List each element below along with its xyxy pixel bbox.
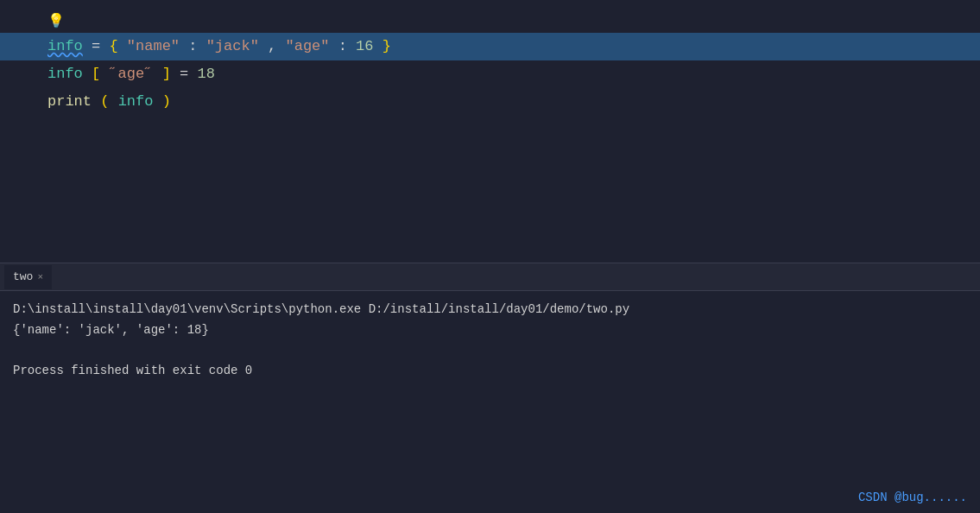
terminal-line-1: D:\install\install\day01\venv\Scripts\py… [13, 300, 967, 320]
colon2: : [338, 38, 347, 54]
comma1: , [268, 38, 276, 54]
age-key-str: ˝age˝ [109, 66, 153, 82]
watermark: CSDN @bug...... [858, 491, 967, 504]
terminal-line-3 [13, 341, 967, 362]
code-line-3: print ( info ) [0, 88, 980, 116]
colon1: : [188, 38, 197, 54]
info-arg: info [118, 93, 154, 110]
open-paren: ( [100, 93, 109, 110]
tab-label: two [13, 270, 33, 283]
code-line-2: info [ ˝age˝ ] = 18 [0, 60, 980, 88]
tab-close-icon[interactable]: × [37, 272, 43, 282]
close-brace: } [383, 38, 391, 54]
close-bracket: ] [162, 66, 171, 82]
equals2: = [180, 66, 197, 82]
val-jack: "jack" [206, 38, 259, 54]
terminal-tab-two[interactable]: two × [4, 265, 52, 289]
terminal-line-4: Process finished with exit code 0 [13, 361, 967, 382]
info-var2: info [47, 66, 83, 82]
terminal-tab-bar: two × [0, 263, 980, 291]
terminal-line-2: {'name': 'jack', 'age': 18} [13, 320, 967, 341]
equals-op: = [92, 38, 109, 54]
close-paren: ) [162, 93, 171, 110]
terminal-content: D:\install\install\day01\venv\Scripts\py… [0, 291, 980, 390]
open-brace: { [109, 38, 117, 54]
lightbulb-row: 💡 [0, 9, 980, 33]
num-18: 18 [197, 66, 214, 82]
print-fn: print [47, 93, 92, 110]
open-bracket: [ [92, 66, 100, 82]
lightbulb-icon: 💡 [47, 12, 65, 29]
key-name: "name" [127, 38, 180, 54]
terminal-section: two × D:\install\install\day01\venv\Scri… [0, 263, 980, 513]
var-info: info [47, 38, 83, 54]
key-age: "age" [285, 38, 329, 54]
code-line-1: info = { "name" : "jack" , "age" : 16 } [0, 33, 980, 60]
editor-section: 💡 info = { "name" : "jack" , "age" : 16 … [0, 0, 980, 263]
val-16: 16 [356, 38, 373, 54]
